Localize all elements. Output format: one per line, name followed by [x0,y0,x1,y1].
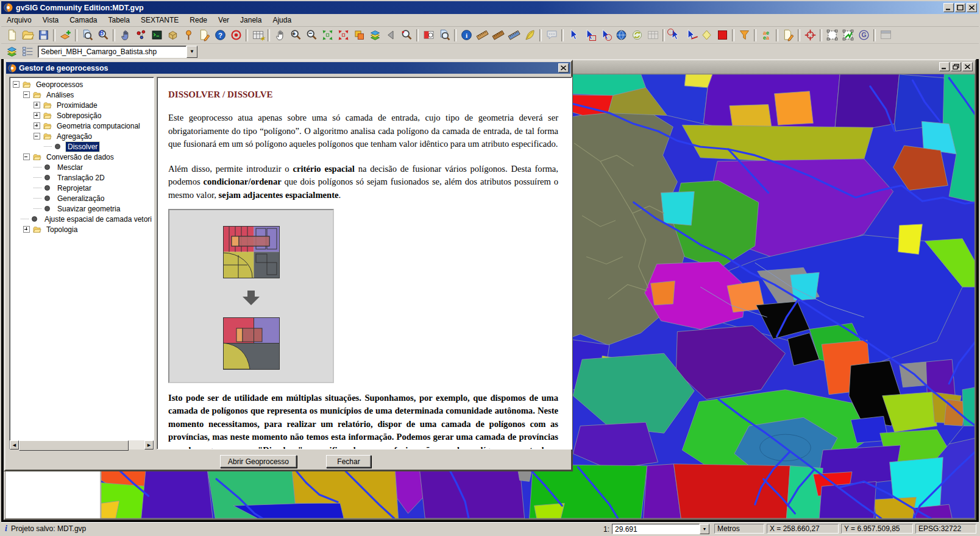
geoprocess-tree[interactable]: Geoprocessos Análises Proximidade Sobrep… [9,77,154,450]
expand-icon[interactable] [34,122,40,129]
field-calculator-icon[interactable]: aeea [758,27,774,43]
zoom-manager-icon[interactable] [79,27,95,43]
menu-vista[interactable]: Vista [37,15,64,26]
menu-rede[interactable]: Rede [184,15,213,26]
search-by-name-icon[interactable]: B [95,27,111,43]
minimize-button[interactable] [943,3,954,12]
add-layer-icon[interactable] [57,27,73,43]
sextante-toolbox-icon[interactable] [117,27,133,43]
table-settings-icon[interactable]: ✶ [250,27,266,43]
expand-icon[interactable] [34,102,40,108]
tree-item-geoprocessos[interactable]: Geoprocessos [34,80,85,90]
zoom-previous-icon[interactable] [383,27,399,43]
select-buffer-icon[interactable] [698,27,714,43]
tree-item-dissolver[interactable]: Dissolver [66,142,99,152]
tree-item-generalizacao[interactable]: Generalização [55,194,106,203]
menu-ver[interactable]: Ver [213,15,235,26]
save-project-icon[interactable] [35,27,51,43]
tree-item-suavizar-geometria[interactable]: Suavizar geometria [55,204,122,214]
layer-selector-dropdown-icon[interactable]: ▼ [186,46,197,58]
scale-selector[interactable]: 29.691 ▼ [612,524,709,534]
tree-item-translacao-2d[interactable]: Translação 2D [55,173,107,183]
sextante-history-icon[interactable] [165,27,180,43]
new-project-icon[interactable] [4,27,20,43]
tree-item-conversao-de-dados[interactable]: Conversão de dados [44,152,116,162]
export-frame-icon[interactable] [840,27,856,43]
view-restore-button[interactable] [951,62,961,71]
show-table-icon[interactable] [645,27,661,43]
dialog-close-icon[interactable] [558,63,569,72]
view-locator-icon[interactable] [421,27,436,43]
sextante-results-icon[interactable] [180,27,196,43]
expand-icon[interactable] [23,226,30,233]
zoom-extent-icon[interactable] [335,27,351,43]
collapse-icon[interactable] [34,133,40,139]
open-project-icon[interactable] [20,27,35,43]
refresh-view-icon[interactable] [629,27,645,43]
pan-icon[interactable] [272,27,288,43]
menu-janela[interactable]: Janela [235,15,267,26]
geo-locator-icon[interactable] [856,27,872,43]
tree-item-geometria-computacional[interactable]: Geometria computacional [55,121,142,131]
scale-value[interactable]: 29.691 [612,524,700,534]
zoom-all-icon[interactable] [319,27,335,43]
color-symbol-icon[interactable] [714,27,730,43]
close-dialog-button[interactable]: Fechar [326,455,371,468]
sextante-notes-icon[interactable] [196,27,212,43]
menu-tabela[interactable]: Tabela [103,15,135,26]
zoom-out-icon[interactable]: − [304,27,319,43]
select-circle-icon[interactable] [667,27,683,43]
tree-item-mesclar[interactable]: Mesclar [55,163,85,172]
zoom-layer-icon[interactable] [436,27,452,43]
filter-icon[interactable] [736,27,752,43]
hyperlink-quill-icon[interactable] [522,27,538,43]
zoom-selection-icon[interactable]: ● [399,27,414,43]
center-view-icon[interactable] [802,27,818,43]
menu-ajuda[interactable]: Ajuda [267,15,297,26]
tree-horizontal-scrollbar[interactable]: ◀ ▶ [10,440,154,450]
view-minimize-button[interactable] [939,62,950,71]
tree-item-topologia[interactable]: Topologia [44,225,79,234]
sextante-help-icon[interactable] [212,27,228,43]
edit-attributes-icon[interactable] [780,27,796,43]
select-frame-icon[interactable] [824,27,840,43]
collapse-icon[interactable] [23,91,30,98]
collapse-icon[interactable] [23,153,30,160]
tree-item-agregacao[interactable]: Agregação [55,132,94,141]
close-button[interactable] [967,3,977,12]
tree-item-ajuste-espacial[interactable]: Ajuste espacial de camada vetori [43,214,154,224]
menu-sextante[interactable]: SEXTANTE [135,15,184,26]
sextante-commands-icon[interactable] [228,27,244,43]
layer-selector-value[interactable]: Seberi_MBH_Camargo_Batista.shp [38,46,186,58]
layer-manager-icon[interactable] [4,44,20,59]
tree-item-analises[interactable]: Análises [44,90,76,100]
measure-perimeter-icon[interactable] [506,27,522,43]
select-point-icon[interactable] [566,27,581,43]
measure-distance-icon[interactable] [474,27,490,43]
info-icon[interactable] [458,27,474,43]
select-rectangle-icon[interactable] [581,27,597,43]
menu-camada[interactable]: Camada [64,15,102,26]
tree-item-proximidade[interactable]: Proximidade [55,100,99,110]
scale-dropdown-icon[interactable]: ▼ [700,524,709,534]
tree-item-sobreposicao[interactable]: Sobreposição [55,111,103,121]
menu-arquivo[interactable]: Arquivo [1,15,37,26]
toc-list-icon[interactable] [20,44,35,59]
window-manager-icon[interactable] [878,27,893,43]
scroll-left-icon[interactable]: ◀ [10,440,19,450]
select-polyline-icon[interactable] [683,27,698,43]
hyperlink-icon[interactable] [544,27,559,43]
select-lasso-icon[interactable] [597,27,613,43]
scroll-right-icon[interactable]: ▶ [144,440,154,450]
measure-area-icon[interactable] [490,27,506,43]
geoprocess-doc-panel[interactable]: DISSOLVER / DISSOLVE Este geoprocesso at… [157,77,572,450]
expand-icon[interactable] [34,112,40,119]
open-geoprocess-button[interactable]: Abrir Geoprocesso [220,455,297,468]
dialog-titlebar[interactable]: Gestor de geoprocessos [6,62,570,74]
collapse-icon[interactable] [13,81,20,88]
zoom-in-icon[interactable]: + [288,27,304,43]
maximize-button[interactable] [955,3,965,12]
sextante-console-icon[interactable] [149,27,165,43]
view-close-button[interactable] [962,62,973,71]
tree-item-reprojetar[interactable]: Reprojetar [55,183,93,193]
